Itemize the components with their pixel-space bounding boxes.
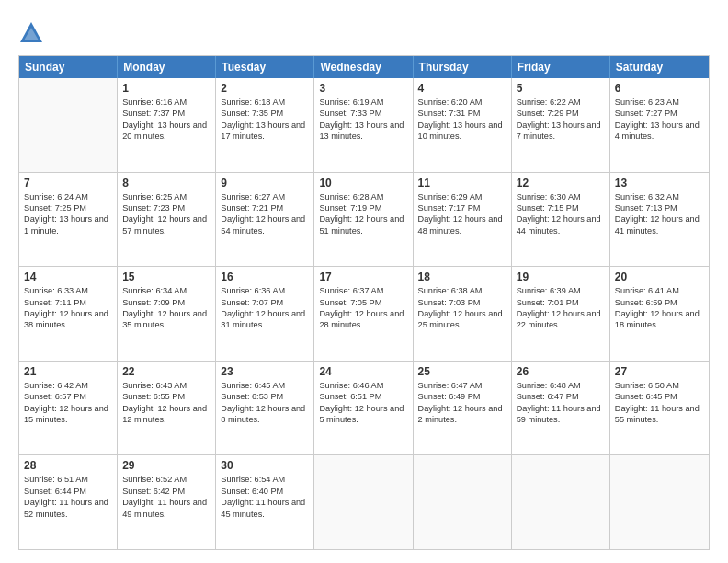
weekday-header-tuesday: Tuesday [216,56,314,78]
day-number: 21 [24,365,112,378]
daylight-text: Daylight: 11 hours and 52 minutes. [24,497,112,520]
sunset-text: Sunset: 7:29 PM [517,108,605,119]
calendar-cell: 17Sunrise: 6:37 AMSunset: 7:05 PMDayligh… [314,267,413,361]
weekday-header-monday: Monday [118,56,216,78]
sunrise-text: Sunrise: 6:41 AM [615,285,704,296]
daylight-text: Daylight: 12 hours and 2 minutes. [418,403,506,426]
sunset-text: Sunset: 7:33 PM [319,108,407,119]
calendar-cell: 7Sunrise: 6:24 AMSunset: 7:25 PMDaylight… [19,173,118,267]
calendar-row-1: 1Sunrise: 6:16 AMSunset: 7:37 PMDaylight… [19,78,709,172]
calendar-cell: 24Sunrise: 6:46 AMSunset: 6:51 PMDayligh… [314,362,413,455]
sunset-text: Sunset: 7:11 PM [24,297,112,308]
sunrise-text: Sunrise: 6:29 AM [418,191,506,202]
calendar-cell [19,78,118,172]
sunrise-text: Sunrise: 6:39 AM [517,285,605,296]
calendar-row-5: 28Sunrise: 6:51 AMSunset: 6:44 PMDayligh… [19,454,709,549]
sunrise-text: Sunrise: 6:54 AM [221,474,309,485]
calendar-cell [512,455,610,549]
sunrise-text: Sunrise: 6:45 AM [221,380,309,391]
calendar-row-2: 7Sunrise: 6:24 AMSunset: 7:25 PMDaylight… [19,172,709,267]
sunrise-text: Sunrise: 6:25 AM [122,191,210,202]
daylight-text: Daylight: 12 hours and 38 minutes. [24,308,112,331]
calendar-cell: 5Sunrise: 6:22 AMSunset: 7:29 PMDaylight… [512,78,610,172]
day-number: 20 [615,270,704,283]
sunset-text: Sunset: 7:19 PM [319,202,407,213]
daylight-text: Daylight: 12 hours and 41 minutes. [615,213,704,236]
day-number: 14 [24,270,112,283]
sunrise-text: Sunrise: 6:38 AM [418,285,506,296]
sunset-text: Sunset: 7:35 PM [221,108,309,119]
sunset-text: Sunset: 6:55 PM [122,391,210,402]
day-number: 19 [517,270,605,283]
sunset-text: Sunset: 7:15 PM [517,202,605,213]
daylight-text: Daylight: 13 hours and 4 minutes. [615,120,704,143]
day-number: 22 [122,365,210,378]
calendar-cell: 4Sunrise: 6:20 AMSunset: 7:31 PMDaylight… [414,78,512,172]
calendar-cell [314,455,413,549]
daylight-text: Daylight: 12 hours and 51 minutes. [319,213,407,236]
sunrise-text: Sunrise: 6:28 AM [319,191,407,202]
calendar-cell: 25Sunrise: 6:47 AMSunset: 6:49 PMDayligh… [414,362,512,455]
sunset-text: Sunset: 6:44 PM [24,486,112,497]
day-number: 27 [615,365,704,378]
calendar-cell: 10Sunrise: 6:28 AMSunset: 7:19 PMDayligh… [314,173,413,267]
sunrise-text: Sunrise: 6:32 AM [615,191,704,202]
logo [18,17,48,46]
sunset-text: Sunset: 7:31 PM [418,108,506,119]
sunrise-text: Sunrise: 6:22 AM [517,97,605,108]
calendar-cell: 19Sunrise: 6:39 AMSunset: 7:01 PMDayligh… [512,267,610,361]
daylight-text: Daylight: 12 hours and 28 minutes. [319,308,407,331]
sunset-text: Sunset: 6:57 PM [24,391,112,402]
sunrise-text: Sunrise: 6:52 AM [122,474,210,485]
sunrise-text: Sunrise: 6:51 AM [24,474,112,485]
sunrise-text: Sunrise: 6:36 AM [221,285,309,296]
calendar-cell: 15Sunrise: 6:34 AMSunset: 7:09 PMDayligh… [118,267,216,361]
daylight-text: Daylight: 13 hours and 10 minutes. [418,120,506,143]
sunset-text: Sunset: 7:27 PM [615,108,704,119]
daylight-text: Daylight: 12 hours and 5 minutes. [319,403,407,426]
day-number: 30 [221,459,309,472]
sunrise-text: Sunrise: 6:37 AM [319,285,407,296]
sunrise-text: Sunrise: 6:43 AM [122,380,210,391]
daylight-text: Daylight: 12 hours and 25 minutes. [418,308,506,331]
day-number: 6 [615,82,704,95]
daylight-text: Daylight: 12 hours and 54 minutes. [221,213,309,236]
sunset-text: Sunset: 7:09 PM [122,297,210,308]
daylight-text: Daylight: 12 hours and 57 minutes. [122,213,210,236]
daylight-text: Daylight: 11 hours and 59 minutes. [517,403,605,426]
daylight-text: Daylight: 11 hours and 49 minutes. [122,497,210,520]
sunrise-text: Sunrise: 6:46 AM [319,380,407,391]
calendar-cell: 29Sunrise: 6:52 AMSunset: 6:42 PMDayligh… [118,455,216,549]
daylight-text: Daylight: 12 hours and 31 minutes. [221,308,309,331]
calendar-cell: 30Sunrise: 6:54 AMSunset: 6:40 PMDayligh… [216,455,314,549]
calendar-header: SundayMondayTuesdayWednesdayThursdayFrid… [19,56,709,78]
sunrise-text: Sunrise: 6:20 AM [418,97,506,108]
calendar-cell: 11Sunrise: 6:29 AMSunset: 7:17 PMDayligh… [414,173,512,267]
sunrise-text: Sunrise: 6:19 AM [319,97,407,108]
day-number: 9 [221,177,309,190]
sunrise-text: Sunrise: 6:23 AM [615,97,704,108]
sunset-text: Sunset: 7:05 PM [319,297,407,308]
weekday-header-friday: Friday [512,56,610,78]
day-number: 17 [319,270,407,283]
calendar-cell: 6Sunrise: 6:23 AMSunset: 7:27 PMDaylight… [610,78,709,172]
day-number: 10 [319,177,407,190]
weekday-header-sunday: Sunday [19,56,118,78]
sunset-text: Sunset: 7:23 PM [122,202,210,213]
day-number: 13 [615,177,704,190]
daylight-text: Daylight: 12 hours and 35 minutes. [122,308,210,331]
sunrise-text: Sunrise: 6:27 AM [221,191,309,202]
calendar-cell: 3Sunrise: 6:19 AMSunset: 7:33 PMDaylight… [314,78,413,172]
day-number: 11 [418,177,506,190]
calendar-cell: 20Sunrise: 6:41 AMSunset: 6:59 PMDayligh… [610,267,709,361]
day-number: 1 [122,82,210,95]
daylight-text: Daylight: 12 hours and 44 minutes. [517,213,605,236]
day-number: 12 [517,177,605,190]
page-header [18,17,710,46]
sunset-text: Sunset: 7:21 PM [221,202,309,213]
calendar-cell: 26Sunrise: 6:48 AMSunset: 6:47 PMDayligh… [512,362,610,455]
sunset-text: Sunset: 6:45 PM [615,391,704,402]
calendar: SundayMondayTuesdayWednesdayThursdayFrid… [18,55,710,550]
day-number: 4 [418,82,506,95]
calendar-body: 1Sunrise: 6:16 AMSunset: 7:37 PMDaylight… [19,78,709,549]
